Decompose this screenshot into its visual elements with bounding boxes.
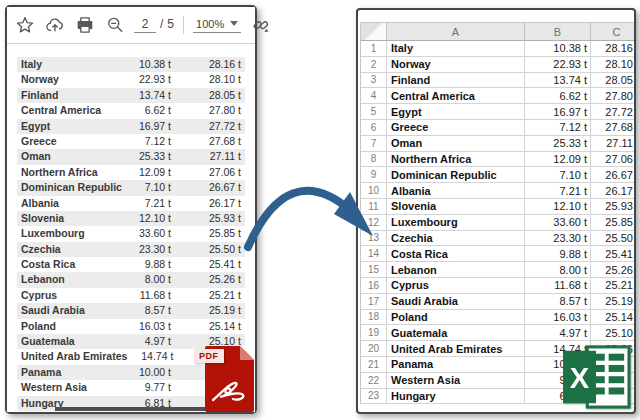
star-icon[interactable] [14, 15, 35, 36]
cell-country[interactable]: Central America [387, 88, 525, 104]
cell-value-b[interactable]: 11.68 t [525, 278, 591, 294]
pdf-table-row: Slovenia12.10 t25.93 t [17, 211, 245, 226]
cloud-upload-icon[interactable] [44, 15, 65, 36]
cell-value-c[interactable]: 25.26 t [591, 262, 636, 278]
cell-value-b[interactable]: 10.38 t [525, 41, 591, 57]
cell-country[interactable]: Czechia [387, 231, 525, 247]
row-number[interactable]: 21 [361, 357, 387, 373]
cell-country[interactable]: Norway [387, 57, 525, 73]
row-number[interactable]: 2 [361, 57, 387, 73]
cell-value-b[interactable]: 6.62 t [525, 88, 591, 104]
row-number[interactable]: 20 [361, 341, 387, 357]
cell-value-c[interactable]: 27.80 t [591, 88, 636, 104]
cell-value-b[interactable]: 33.60 t [525, 215, 591, 231]
row-number[interactable]: 10 [361, 183, 387, 199]
cell-value-c[interactable]: 25.41 t [591, 246, 636, 262]
cell-value-c[interactable]: 25.85 t [591, 215, 636, 231]
cell-country[interactable]: Northern Africa [387, 152, 525, 168]
cell-value-c[interactable]: 28.16 t [591, 41, 636, 57]
cell-country[interactable]: Oman [387, 136, 525, 152]
row-number[interactable]: 18 [361, 310, 387, 326]
cell-value-b[interactable]: 7.12 t [525, 120, 591, 136]
cell-country[interactable]: Poland [387, 310, 525, 326]
cell-country[interactable]: Greece [387, 120, 525, 136]
cell-country[interactable]: Italy [387, 41, 525, 57]
cell-value-b[interactable]: 23.30 t [525, 231, 591, 247]
cell-value-c[interactable]: 28.10 t [591, 57, 636, 73]
print-icon[interactable] [74, 15, 95, 36]
row-number[interactable]: 6 [361, 120, 387, 136]
row-number[interactable]: 17 [361, 294, 387, 310]
row-number[interactable]: 13 [361, 231, 387, 247]
cell-country[interactable]: Dominican Republic [387, 167, 525, 183]
cell-country[interactable]: Lebanon [387, 262, 525, 278]
row-number[interactable]: 23 [361, 389, 387, 405]
cell-value-c[interactable]: 27.72 t [591, 104, 636, 120]
row-number[interactable]: 5 [361, 104, 387, 120]
cell-country[interactable]: Panama [387, 357, 525, 373]
row-number[interactable]: 8 [361, 152, 387, 168]
cell-country[interactable]: Guatemala [387, 325, 525, 341]
zoom-dropdown[interactable]: 100% [193, 18, 241, 33]
cell-value-c[interactable]: 25.14 t [591, 310, 636, 326]
cell-value-b[interactable]: 4.97 t [525, 325, 591, 341]
column-header-c[interactable]: C [591, 23, 636, 41]
pdf-cell: 9.77 t [125, 380, 171, 395]
row-number[interactable]: 19 [361, 325, 387, 341]
cell-value-c[interactable]: 25.50 t [591, 231, 636, 247]
row-number[interactable]: 22 [361, 373, 387, 389]
row-number[interactable]: 3 [361, 73, 387, 89]
fill-sign-link-icon[interactable] [250, 15, 271, 36]
cell-value-c[interactable]: 27.06 t [591, 152, 636, 168]
cell-country[interactable]: Luxembourg [387, 215, 525, 231]
cell-value-b[interactable]: 7.21 t [525, 183, 591, 199]
cell-country[interactable]: Finland [387, 73, 525, 89]
row-number[interactable]: 4 [361, 88, 387, 104]
cell-value-b[interactable]: 12.10 t [525, 199, 591, 215]
cell-country[interactable]: Hungary [387, 389, 525, 405]
cell-value-b[interactable]: 22.93 t [525, 57, 591, 73]
cell-value-c[interactable]: 27.11 t [591, 136, 636, 152]
cell-country[interactable]: United Arab Emirates [387, 341, 525, 357]
cell-country[interactable]: Albania [387, 183, 525, 199]
cell-value-c[interactable]: 27.68 t [591, 120, 636, 136]
row-number[interactable]: 16 [361, 278, 387, 294]
cell-value-b[interactable]: 16.03 t [525, 310, 591, 326]
cell-value-b[interactable]: 16.97 t [525, 104, 591, 120]
row-number[interactable]: 7 [361, 136, 387, 152]
cell-country[interactable]: Costa Rica [387, 246, 525, 262]
cell-value-b[interactable]: 7.10 t [525, 167, 591, 183]
cell-value-b[interactable]: 12.09 t [525, 152, 591, 168]
row-number[interactable]: 15 [361, 262, 387, 278]
row-number[interactable]: 14 [361, 246, 387, 262]
pdf-cell: 16.97 t [125, 119, 171, 134]
pdf-table-row: Northern Africa12.09 t27.06 t [17, 165, 245, 180]
row-number[interactable]: 1 [361, 41, 387, 57]
zoom-out-icon[interactable] [104, 15, 125, 36]
cell-value-c[interactable]: 25.19 t [591, 294, 636, 310]
cell-country[interactable]: Slovenia [387, 199, 525, 215]
cell-value-c[interactable]: 26.67 t [591, 167, 636, 183]
cell-country[interactable]: Cyprus [387, 278, 525, 294]
cell-country[interactable]: Saudi Arabia [387, 294, 525, 310]
column-header-b[interactable]: B [525, 23, 591, 41]
row-number[interactable]: 12 [361, 215, 387, 231]
cell-value-b[interactable]: 9.88 t [525, 246, 591, 262]
cell-value-b[interactable]: 13.74 t [525, 73, 591, 89]
cell-value-b[interactable]: 8.00 t [525, 262, 591, 278]
cell-value-c[interactable]: 26.17 t [591, 183, 636, 199]
select-all-corner[interactable] [361, 23, 387, 41]
cell-value-c[interactable]: 25.93 t [591, 199, 636, 215]
cell-country[interactable]: Western Asia [387, 373, 525, 389]
cell-value-c[interactable]: 25.21 t [591, 278, 636, 294]
row-number[interactable]: 9 [361, 167, 387, 183]
column-header-a[interactable]: A [387, 23, 525, 41]
pdf-cell: 11.68 t [125, 288, 171, 303]
row-number[interactable]: 11 [361, 199, 387, 215]
cell-value-b[interactable]: 25.33 t [525, 136, 591, 152]
cell-country[interactable]: Egypt [387, 104, 525, 120]
cell-value-b[interactable]: 8.57 t [525, 294, 591, 310]
cell-value-c[interactable]: 28.05 t [591, 73, 636, 89]
cell-value-c[interactable]: 25.10 t [591, 325, 636, 341]
page-number-input[interactable]: 2 [134, 17, 156, 33]
